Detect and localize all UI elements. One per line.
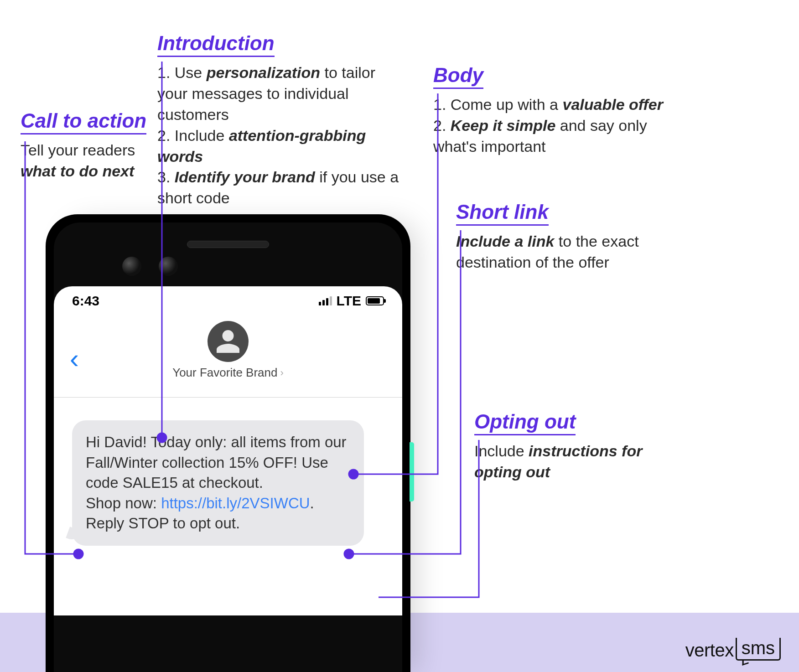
callout-cta-title: Call to action: [21, 109, 146, 134]
status-time: 6:43: [72, 293, 99, 309]
message-body: Hi David! Today only: all items from our…: [86, 434, 347, 491]
text: Tell your readers: [21, 141, 135, 159]
text: 2. Include: [157, 127, 229, 144]
text-bold: what to do next: [21, 162, 134, 180]
brand-logo-right: sms: [736, 638, 781, 661]
callout-short-link: Short link Include a link to the exact d…: [456, 201, 652, 273]
sender-label: Your Favorite Brand: [172, 366, 277, 380]
message-header: ‹ Your Favorite Brand ›: [54, 315, 402, 398]
callout-cta-body: Tell your readers what to do next: [21, 140, 148, 182]
phone-bezel: 6:43 LTE ‹ Your Favorite Brand › Hi Dav: [54, 222, 402, 672]
callout-body: Body 1. Come up with a valuable offer 2.…: [433, 64, 666, 157]
message-optout: Reply STOP to opt out.: [86, 515, 240, 532]
callout-cta: Call to action Tell your readers what to…: [21, 109, 148, 182]
callout-intro-body: 1. Use personalization to tailor your me…: [157, 62, 404, 209]
callout-opt-body: Include instructions for opting out: [474, 441, 680, 483]
text-bold: Keep it simple: [451, 117, 556, 134]
callout-body-title: Body: [433, 64, 483, 89]
chevron-right-icon: ›: [280, 367, 283, 379]
battery-icon: [366, 296, 384, 305]
carrier-label: LTE: [337, 293, 361, 309]
text: 1. Come up with a: [433, 96, 562, 113]
avatar[interactable]: [208, 321, 249, 362]
brand-logo-left: vertex: [685, 640, 734, 661]
text-bold: Identify your brand: [175, 168, 315, 186]
phone-speaker: [187, 241, 269, 248]
status-bar: 6:43 LTE: [54, 286, 402, 315]
phone-mockup: 6:43 LTE ‹ Your Favorite Brand › Hi Dav: [46, 214, 410, 672]
callout-opting-out: Opting out Include instructions for opti…: [474, 410, 680, 483]
message-link[interactable]: https://bit.ly/2VSIWCU: [161, 495, 310, 512]
text: 1. Use: [157, 64, 207, 81]
text-bold: valuable offer: [562, 96, 663, 113]
sender-name[interactable]: Your Favorite Brand ›: [172, 366, 284, 380]
callout-introduction: Introduction 1. Use personalization to t…: [157, 32, 404, 209]
text-bold: Include a link: [456, 233, 554, 250]
phone-screen: 6:43 LTE ‹ Your Favorite Brand › Hi Dav: [54, 286, 402, 615]
text: .: [310, 495, 314, 512]
brand-logo: vertex sms: [685, 638, 781, 661]
sms-message-bubble: Hi David! Today only: all items from our…: [72, 420, 364, 546]
text-bold: personalization: [207, 64, 320, 81]
text: 3.: [157, 168, 175, 186]
text: Include: [474, 442, 529, 460]
callout-body-body: 1. Come up with a valuable offer 2. Keep…: [433, 94, 666, 157]
status-right: LTE: [319, 293, 384, 309]
phone-camera-icon: [159, 257, 178, 276]
callout-opt-title: Opting out: [474, 410, 576, 435]
phone-side-button: [410, 442, 414, 501]
person-icon: [214, 328, 242, 355]
callout-link-body: Include a link to the exact destination …: [456, 231, 652, 273]
callout-link-title: Short link: [456, 201, 549, 226]
callout-intro-title: Introduction: [157, 32, 275, 57]
phone-camera-icon: [122, 257, 141, 276]
back-chevron-icon[interactable]: ‹: [70, 343, 79, 374]
text: 2.: [433, 117, 451, 134]
message-cta-label: Shop now:: [86, 495, 161, 512]
signal-icon: [319, 296, 332, 305]
